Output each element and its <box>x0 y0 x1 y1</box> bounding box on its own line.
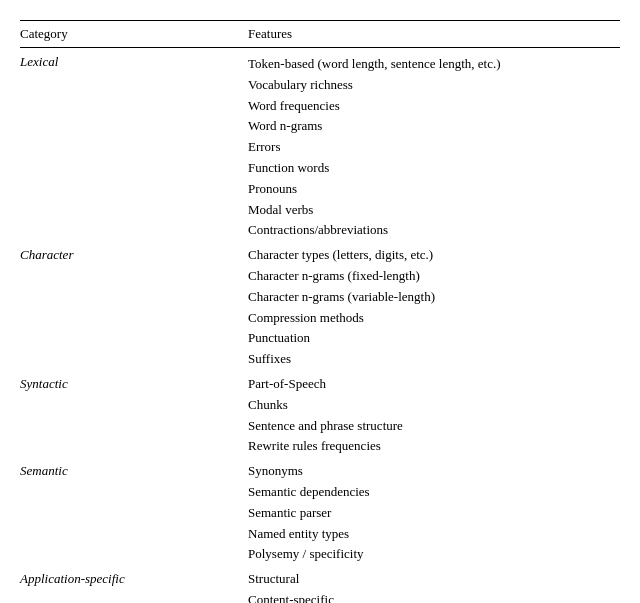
category-label: Application-specific <box>20 571 125 586</box>
category-cell: Application-specific <box>20 567 248 603</box>
table-row: LexicalToken-based (word length, sentenc… <box>20 48 620 244</box>
feature-item: Pronouns <box>248 179 610 200</box>
feature-item: Sentence and phrase structure <box>248 416 610 437</box>
feature-item: Suffixes <box>248 349 610 370</box>
category-cell: Character <box>20 243 248 372</box>
feature-item: Semantic dependencies <box>248 482 610 503</box>
feature-item: Semantic parser <box>248 503 610 524</box>
table-row: SyntacticPart-of-SpeechChunksSentence an… <box>20 372 620 459</box>
feature-item: Part-of-Speech <box>248 374 610 395</box>
feature-item: Character types (letters, digits, etc.) <box>248 245 610 266</box>
feature-item: Chunks <box>248 395 610 416</box>
feature-item: Compression methods <box>248 308 610 329</box>
feature-item: Errors <box>248 137 610 158</box>
feature-item: Token-based (word length, sentence lengt… <box>248 54 610 75</box>
feature-item: Named entity types <box>248 524 610 545</box>
feature-item: Rewrite rules frequencies <box>248 436 610 457</box>
features-table: Category Features LexicalToken-based (wo… <box>20 20 620 603</box>
feature-item: Modal verbs <box>248 200 610 221</box>
feature-item: Structural <box>248 569 610 590</box>
features-cell: Token-based (word length, sentence lengt… <box>248 48 620 244</box>
table-row: SemanticSynonymsSemantic dependenciesSem… <box>20 459 620 567</box>
feature-item: Character n-grams (fixed-length) <box>248 266 610 287</box>
table-row: CharacterCharacter types (letters, digit… <box>20 243 620 372</box>
category-cell: Syntactic <box>20 372 248 459</box>
feature-item: Word frequencies <box>248 96 610 117</box>
table-header: Category Features <box>20 21 620 48</box>
category-label: Lexical <box>20 54 58 69</box>
main-table-container: Category Features LexicalToken-based (wo… <box>20 20 620 603</box>
category-label: Character <box>20 247 73 262</box>
feature-item: Function words <box>248 158 610 179</box>
header-row: Category Features <box>20 21 620 48</box>
features-cell: Part-of-SpeechChunksSentence and phrase … <box>248 372 620 459</box>
features-header: Features <box>248 21 620 48</box>
category-cell: Semantic <box>20 459 248 567</box>
feature-item: Synonyms <box>248 461 610 482</box>
features-cell: SynonymsSemantic dependenciesSemantic pa… <box>248 459 620 567</box>
category-cell: Lexical <box>20 48 248 244</box>
feature-item: Vocabulary richness <box>248 75 610 96</box>
feature-item: Polysemy / specificity <box>248 544 610 565</box>
features-cell: StructuralContent-specificLanguage-speci… <box>248 567 620 603</box>
category-label: Syntactic <box>20 376 68 391</box>
feature-item: Word n-grams <box>248 116 610 137</box>
features-cell: Character types (letters, digits, etc.)C… <box>248 243 620 372</box>
feature-item: Character n-grams (variable-length) <box>248 287 610 308</box>
feature-item: Punctuation <box>248 328 610 349</box>
table-row: Application-specificStructuralContent-sp… <box>20 567 620 603</box>
feature-item: Content-specific <box>248 590 610 603</box>
category-label: Semantic <box>20 463 68 478</box>
feature-item: Contractions/abbreviations <box>248 220 610 241</box>
category-header: Category <box>20 21 248 48</box>
table-body: LexicalToken-based (word length, sentenc… <box>20 48 620 604</box>
